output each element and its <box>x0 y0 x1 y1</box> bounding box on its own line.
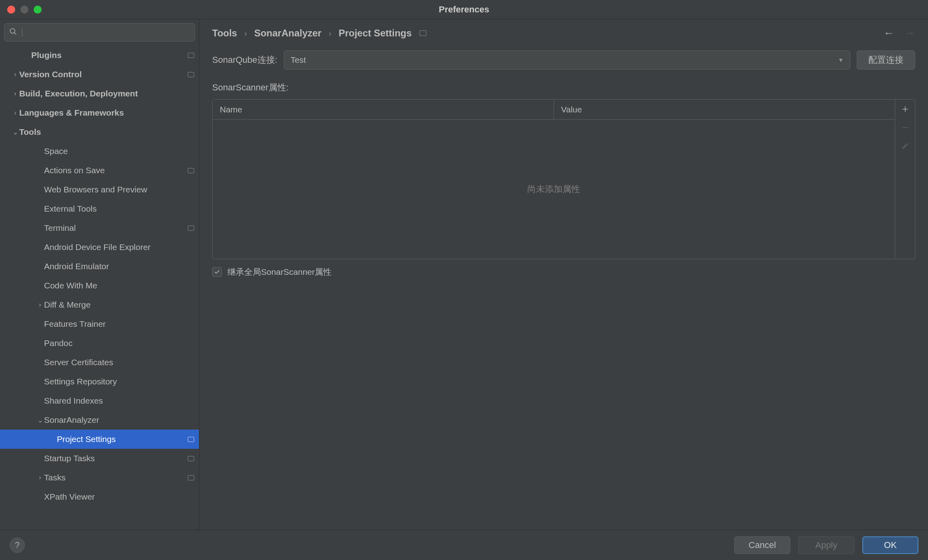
tree-arrow-icon: ⌄ <box>11 128 19 136</box>
forward-button: → <box>904 27 915 40</box>
footer: ? Cancel Apply OK <box>0 530 928 560</box>
project-scope-icon <box>188 475 194 480</box>
connection-select[interactable]: Test ▼ <box>284 50 850 70</box>
nav-arrows: ← → <box>883 27 915 40</box>
search-input[interactable] <box>4 23 195 42</box>
props-label: SonarScanner属性: <box>212 82 915 94</box>
apply-button: Apply <box>798 536 854 554</box>
tree-item-label: External Tools <box>44 204 97 214</box>
svg-point-0 <box>10 28 15 33</box>
tree-item[interactable]: Android Device File Explorer <box>0 238 199 257</box>
table-toolbar <box>895 100 915 259</box>
help-button[interactable]: ? <box>10 538 25 553</box>
breadcrumb-item: Project Settings <box>339 28 412 39</box>
ok-button[interactable]: OK <box>862 536 918 554</box>
tree-item[interactable]: Server Certificates <box>0 353 199 372</box>
breadcrumb: Tools › SonarAnalyzer › Project Settings… <box>199 19 928 47</box>
tree-item[interactable]: ›Build, Execution, Deployment <box>0 84 199 103</box>
tree-item[interactable]: ⌄Tools <box>0 122 199 142</box>
tree-item-label: Features Trainer <box>44 319 106 329</box>
breadcrumb-item[interactable]: SonarAnalyzer <box>254 28 321 39</box>
close-window-button[interactable] <box>7 6 15 14</box>
tree-item-label: SonarAnalyzer <box>44 415 99 425</box>
configure-connection-button[interactable]: 配置连接 <box>857 50 915 70</box>
tree-item[interactable]: Plugins <box>0 46 199 65</box>
tree-item[interactable]: Features Trainer <box>0 314 199 334</box>
tree-item[interactable]: Startup Tasks <box>0 449 199 468</box>
minimize-window-button[interactable] <box>20 6 28 14</box>
project-scope-icon <box>188 53 194 58</box>
project-scope-icon <box>420 30 426 36</box>
tree-item[interactable]: ›Tasks <box>0 468 199 487</box>
connection-row: SonarQube连接: Test ▼ 配置连接 <box>212 50 915 70</box>
tree-item[interactable]: ›Languages & Frameworks <box>0 103 199 122</box>
properties-table: Name Value 尚未添加属性 <box>213 100 895 259</box>
project-scope-icon <box>188 456 194 461</box>
tree-item-label: Startup Tasks <box>44 454 95 463</box>
tree-item[interactable]: ›Version Control <box>0 65 199 84</box>
project-scope-icon <box>188 437 194 442</box>
tree-item[interactable]: Space <box>0 142 199 161</box>
tree-item[interactable]: External Tools <box>0 199 199 218</box>
add-button[interactable] <box>900 104 911 115</box>
svg-line-1 <box>14 32 16 34</box>
breadcrumb-item[interactable]: Tools <box>212 28 237 39</box>
tree-item[interactable]: ⌄SonarAnalyzer <box>0 410 199 430</box>
chevron-right-icon: › <box>329 29 331 38</box>
search-separator <box>22 28 22 37</box>
tree-item-label: Settings Repository <box>44 377 117 386</box>
properties-table-wrap: Name Value 尚未添加属性 <box>212 99 915 259</box>
chevron-right-icon: › <box>244 29 247 38</box>
tree-item-label: Tools <box>19 127 41 137</box>
table-header: Name Value <box>213 100 895 120</box>
inherit-checkbox[interactable] <box>212 267 222 277</box>
inherit-checkbox-row[interactable]: 继承全局SonarScanner属性 <box>212 266 915 278</box>
tree-item-label: Languages & Frameworks <box>19 108 124 118</box>
tree-item-label: Android Emulator <box>44 262 109 271</box>
traffic-lights <box>0 6 42 14</box>
search-wrap <box>0 19 199 46</box>
window-title: Preferences <box>439 4 489 15</box>
tree-item-label: Diff & Merge <box>44 300 90 310</box>
tree-item[interactable]: Pandoc <box>0 334 199 353</box>
sidebar: Plugins›Version Control›Build, Execution… <box>0 19 199 530</box>
form-area: SonarQube连接: Test ▼ 配置连接 SonarScanner属性:… <box>199 47 928 530</box>
tree-item[interactable]: Shared Indexes <box>0 391 199 410</box>
back-button[interactable]: ← <box>883 27 894 40</box>
tree-arrow-icon: ⌄ <box>36 416 44 424</box>
tree-item[interactable]: Terminal <box>0 218 199 238</box>
maximize-window-button[interactable] <box>34 6 42 14</box>
edit-button <box>900 140 911 152</box>
tree-item[interactable]: Project Settings <box>0 430 199 449</box>
tree-item[interactable]: Code With Me <box>0 276 199 295</box>
tree-item-label: Shared Indexes <box>44 396 103 406</box>
table-body-empty: 尚未添加属性 <box>213 120 895 259</box>
tree-item-label: XPath Viewer <box>44 492 95 502</box>
settings-tree[interactable]: Plugins›Version Control›Build, Execution… <box>0 46 199 530</box>
tree-item-label: Web Browsers and Preview <box>44 185 147 194</box>
tree-item[interactable]: Settings Repository <box>0 372 199 391</box>
cancel-button[interactable]: Cancel <box>734 536 790 554</box>
remove-button <box>900 122 911 133</box>
tree-item[interactable]: Android Emulator <box>0 257 199 276</box>
tree-arrow-icon: › <box>36 301 44 308</box>
tree-item-label: Tasks <box>44 473 66 482</box>
tree-item-label: Plugins <box>31 50 62 60</box>
tree-item[interactable]: Actions on Save <box>0 161 199 180</box>
tree-item[interactable]: XPath Viewer <box>0 487 199 506</box>
tree-item-label: Build, Execution, Deployment <box>19 89 138 98</box>
tree-item[interactable]: ›Diff & Merge <box>0 295 199 314</box>
column-name[interactable]: Name <box>213 100 554 119</box>
tree-arrow-icon: › <box>11 109 19 116</box>
tree-item-label: Pandoc <box>44 338 72 348</box>
column-value[interactable]: Value <box>554 100 895 119</box>
tree-item-label: Space <box>44 146 68 156</box>
tree-item[interactable]: Web Browsers and Preview <box>0 180 199 199</box>
tree-item-label: Actions on Save <box>44 166 105 175</box>
chevron-down-icon: ▼ <box>838 57 844 63</box>
tree-item-label: Terminal <box>44 223 76 233</box>
content-pane: Tools › SonarAnalyzer › Project Settings… <box>199 19 928 530</box>
main-area: Plugins›Version Control›Build, Execution… <box>0 19 928 530</box>
tree-item-label: Code With Me <box>44 281 97 290</box>
project-scope-icon <box>188 72 194 77</box>
